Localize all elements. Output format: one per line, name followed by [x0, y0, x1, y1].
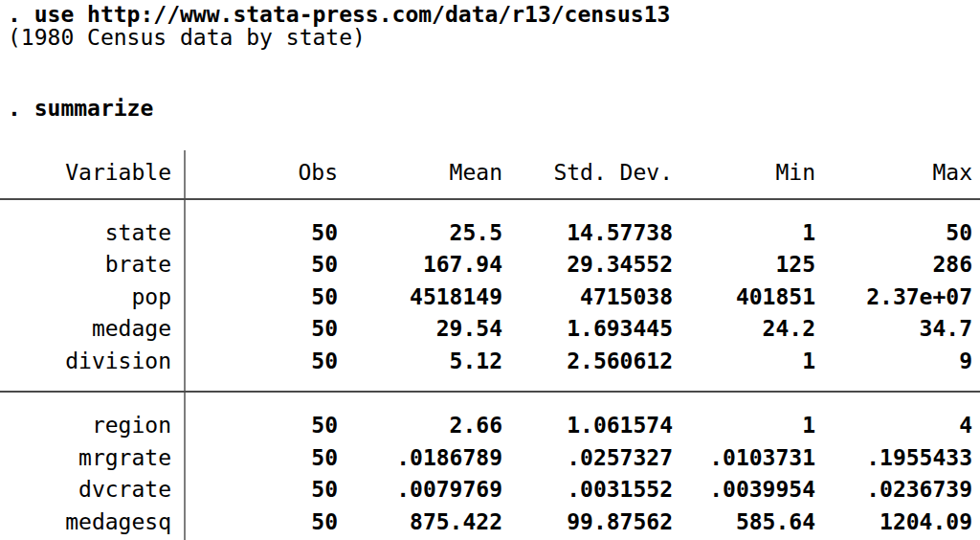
std-dev-value: .0257327: [567, 445, 673, 472]
std-dev-value: 99.87562: [567, 509, 673, 536]
header-obs: Obs: [298, 160, 338, 187]
variable-name: region: [92, 413, 171, 439]
obs-value: 50: [311, 349, 338, 375]
variable-name: division: [65, 349, 171, 375]
mean-value: 4518149: [410, 284, 502, 311]
command-summarize-line: . summarize: [8, 96, 153, 123]
mean-value: 29.54: [436, 316, 502, 343]
obs-value: 50: [311, 284, 338, 311]
table-row-division: division 50 5.12 2.560612 1 9: [0, 349, 980, 375]
variable-name: mrgrate: [78, 445, 171, 472]
variable-name: medage: [92, 316, 171, 343]
min-value: 1: [802, 413, 815, 439]
variable-name: state: [105, 220, 171, 247]
table-header-rule: [0, 198, 980, 200]
max-value: 1204.09: [880, 509, 972, 536]
variable-name: dvcrate: [78, 477, 171, 504]
std-dev-value: 1.693445: [567, 316, 673, 343]
table-row-state: state 50 25.5 14.57738 1 50: [0, 220, 980, 247]
min-value: 125: [775, 252, 815, 279]
obs-value: 50: [311, 509, 338, 536]
obs-value: 50: [311, 252, 338, 279]
header-mean: Mean: [450, 160, 502, 187]
header-max: Max: [932, 160, 972, 187]
max-value: 2.37e+07: [866, 284, 972, 311]
header-std-dev: Std. Dev.: [553, 160, 673, 187]
max-value: 9: [959, 349, 972, 375]
std-dev-value: 2.560612: [567, 349, 673, 375]
min-value: .0039954: [709, 477, 815, 504]
variable-name: medagesq: [65, 509, 171, 536]
min-value: 24.2: [763, 316, 815, 343]
table-row-medage: medage 50 29.54 1.693445 24.2 34.7: [0, 316, 980, 343]
obs-value: 50: [311, 220, 338, 247]
obs-value: 50: [311, 316, 338, 343]
std-dev-value: 1.061574: [567, 413, 673, 439]
mean-value: 167.94: [423, 252, 502, 279]
std-dev-value: 29.34552: [567, 252, 673, 279]
variable-name: pop: [131, 284, 171, 311]
max-value: 4: [959, 413, 972, 439]
use-output-line: (1980 Census data by state): [8, 25, 366, 52]
mean-value: 875.422: [410, 509, 502, 536]
max-value: 286: [932, 252, 972, 279]
obs-value: 50: [311, 477, 338, 504]
mean-value: 2.66: [450, 413, 502, 439]
header-variable: Variable: [65, 160, 171, 187]
min-value: 401851: [736, 284, 815, 311]
table-row-region: region 50 2.66 1.061574 1 4: [0, 413, 980, 439]
std-dev-value: 14.57738: [567, 220, 673, 247]
table-group-rule: [0, 391, 980, 393]
std-dev-value: .0031552: [567, 477, 673, 504]
max-value: .0236739: [866, 477, 972, 504]
min-value: 1: [802, 349, 815, 375]
table-row-dvcrate: dvcrate 50 .0079769 .0031552 .0039954 .0…: [0, 477, 980, 504]
min-value: 585.64: [736, 509, 815, 536]
max-value: 34.7: [920, 316, 972, 343]
table-row-pop: pop 50 4518149 4715038 401851 2.37e+07: [0, 284, 980, 311]
mean-value: 5.12: [450, 349, 502, 375]
mean-value: 25.5: [450, 220, 502, 247]
min-value: .0103731: [709, 445, 815, 472]
stata-output-screen: . use http://www.stata-press.com/data/r1…: [0, 0, 980, 540]
std-dev-value: 4715038: [580, 284, 673, 311]
table-header-row: Variable Obs Mean Std. Dev. Min Max: [0, 160, 980, 187]
max-value: .1955433: [866, 445, 972, 472]
obs-value: 50: [311, 445, 338, 472]
variable-name: brate: [105, 252, 171, 279]
mean-value: .0186789: [396, 445, 502, 472]
mean-value: .0079769: [396, 477, 502, 504]
max-value: 50: [946, 220, 972, 247]
table-row-medagesq: medagesq 50 875.422 99.87562 585.64 1204…: [0, 509, 980, 536]
header-min: Min: [775, 160, 815, 187]
min-value: 1: [802, 220, 815, 247]
obs-value: 50: [311, 413, 338, 439]
table-row-brate: brate 50 167.94 29.34552 125 286: [0, 252, 980, 279]
table-row-mrgrate: mrgrate 50 .0186789 .0257327 .0103731 .1…: [0, 445, 980, 472]
